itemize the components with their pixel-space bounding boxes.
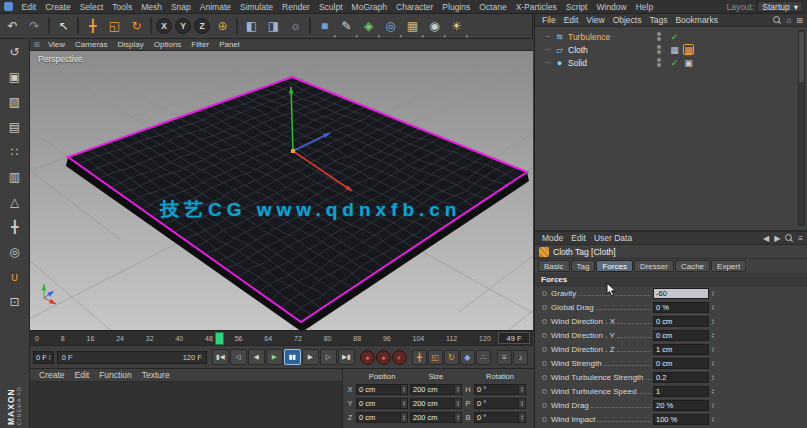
- add-spline-button[interactable]: ✎ ▾: [336, 16, 357, 37]
- visibility-toggle-dots[interactable]: [657, 58, 661, 67]
- position-field[interactable]: 0 cm ▴▾: [356, 412, 408, 423]
- edges-mode-button[interactable]: ▥: [4, 166, 26, 188]
- stepper-icon[interactable]: ▴▾: [709, 374, 717, 380]
- viewport-menu-item[interactable]: Options: [149, 40, 187, 49]
- menu-item[interactable]: Create: [41, 2, 76, 12]
- viewport-menu-item[interactable]: Cameras: [70, 40, 112, 49]
- menu-item[interactable]: Character: [392, 2, 438, 12]
- object-tag-icon[interactable]: [697, 44, 708, 55]
- render-picture-viewer-button[interactable]: ◨: [263, 16, 284, 37]
- viewport-grid-icon[interactable]: ⊞: [34, 41, 40, 49]
- render-settings-button[interactable]: ☼: [285, 16, 306, 37]
- nav-forward-icon[interactable]: ▶: [774, 234, 780, 243]
- animation-dot-icon[interactable]: [542, 375, 547, 380]
- object-name[interactable]: Solid: [568, 58, 654, 68]
- enable-axis-button[interactable]: ╋: [4, 216, 26, 238]
- goto-start-button[interactable]: ▮◀: [212, 349, 229, 365]
- tab-expert[interactable]: Expert: [711, 260, 746, 272]
- x-axis-lock-toggle[interactable]: X: [156, 18, 172, 34]
- animation-dot-icon[interactable]: [542, 347, 547, 352]
- stepper-icon[interactable]: ▴▾: [709, 304, 717, 310]
- search-icon[interactable]: [785, 234, 793, 242]
- record-pla-toggle[interactable]: ∴: [476, 350, 491, 365]
- menu-item[interactable]: Select: [75, 2, 108, 12]
- menu-item[interactable]: Plugins: [438, 2, 475, 12]
- rotation-field[interactable]: 0 ° ▴▾: [474, 384, 526, 395]
- autokey-button[interactable]: ●: [376, 350, 391, 365]
- z-axis-lock-toggle[interactable]: Z: [194, 18, 210, 34]
- object-name[interactable]: Cloth: [568, 45, 654, 55]
- add-generator-button[interactable]: ◈ ▾: [358, 16, 379, 37]
- sound-toggle-button[interactable]: ♪: [513, 350, 528, 365]
- attribute-value-field[interactable]: 1: [653, 386, 709, 397]
- stepper-icon[interactable]: ▴▾: [709, 360, 717, 366]
- stepper-icon[interactable]: ▴▾: [709, 332, 717, 338]
- timeline-playhead[interactable]: [215, 332, 224, 345]
- y-axis-lock-toggle[interactable]: Y: [175, 18, 191, 34]
- stepper-icon[interactable]: ▴▾: [709, 416, 717, 422]
- scrollbar-thumb[interactable]: [799, 32, 804, 82]
- object-tag-icon[interactable]: [697, 57, 708, 68]
- position-field[interactable]: 0 cm ▴▾: [356, 398, 408, 409]
- nav-back-icon[interactable]: ◀: [763, 234, 769, 243]
- stepper-icon[interactable]: ▴▾: [709, 290, 717, 296]
- size-field[interactable]: 200 cm ▴▾: [410, 412, 462, 423]
- render-view-button[interactable]: ◧: [241, 16, 262, 37]
- viewport-canvas[interactable]: Perspective 技艺CG www.qdnxfb.cn: [30, 51, 533, 330]
- menu-item[interactable]: Snap: [166, 2, 195, 12]
- undo-button[interactable]: ↶: [2, 16, 23, 37]
- tab-cache[interactable]: Cache: [675, 260, 710, 272]
- rotation-field[interactable]: 0 ° ▴▾: [474, 398, 526, 409]
- points-mode-button[interactable]: ∷: [4, 141, 26, 163]
- material-manager-area[interactable]: [30, 382, 343, 428]
- tab-dresser[interactable]: Dresser: [634, 260, 674, 272]
- record-rotation-toggle[interactable]: ↻: [444, 350, 459, 365]
- layout-grid-icon[interactable]: ⊞: [796, 16, 803, 25]
- add-environment-button[interactable]: ▦ ▾: [402, 16, 423, 37]
- animation-dot-icon[interactable]: [542, 291, 547, 296]
- record-scale-toggle[interactable]: ◱: [428, 350, 443, 365]
- object-icon[interactable]: ≋: [554, 32, 565, 42]
- object-row[interactable]: ≋ Turbulence ✓: [535, 30, 807, 43]
- viewport-view-label[interactable]: Perspective: [38, 54, 82, 64]
- animation-dot-icon[interactable]: [542, 403, 547, 408]
- object-icon[interactable]: ▱: [554, 45, 565, 55]
- menu-item[interactable]: Create: [34, 370, 70, 380]
- menu-item[interactable]: Help: [631, 2, 657, 12]
- menu-item[interactable]: Edit: [560, 15, 583, 25]
- object-tag-icon[interactable]: [683, 31, 694, 42]
- stepper-icon[interactable]: ▴▾: [518, 413, 525, 422]
- playback-mode-button[interactable]: ≡: [497, 350, 512, 365]
- attribute-value-field[interactable]: 100 %: [653, 414, 709, 425]
- polygons-mode-button[interactable]: △: [4, 191, 26, 213]
- toolbar-separator[interactable]: [77, 18, 79, 34]
- scrollbar[interactable]: [798, 30, 805, 226]
- redo-button[interactable]: ↷: [24, 16, 45, 37]
- options-menu-icon[interactable]: ≡: [798, 234, 803, 243]
- position-field[interactable]: 0 cm ▴▾: [356, 384, 408, 395]
- menu-item[interactable]: Animate: [195, 2, 235, 12]
- stepper-icon[interactable]: ▴▾: [454, 413, 461, 422]
- stepper-icon[interactable]: ▴▾: [709, 402, 717, 408]
- menu-item[interactable]: Texture: [137, 370, 175, 380]
- forces-section-header[interactable]: Forces: [535, 273, 807, 286]
- stepper-icon[interactable]: ▴▾: [49, 354, 51, 360]
- live-selection-tool[interactable]: ↖: [53, 16, 74, 37]
- menu-item[interactable]: Objects: [609, 15, 646, 25]
- workplane-mode-button[interactable]: ▤: [4, 116, 26, 138]
- menu-item[interactable]: Mesh: [137, 2, 167, 12]
- pause-button[interactable]: ▮▮: [284, 349, 301, 365]
- size-field[interactable]: 200 cm ▴▾: [410, 398, 462, 409]
- menu-item[interactable]: File: [538, 15, 560, 25]
- animation-dot-icon[interactable]: [542, 305, 547, 310]
- attribute-value-field[interactable]: 0 cm: [653, 358, 709, 369]
- menu-item[interactable]: Window: [592, 2, 631, 12]
- add-primitive-button[interactable]: ■ ▾: [314, 16, 335, 37]
- next-key-button[interactable]: ▷: [320, 349, 337, 365]
- current-frame-box[interactable]: 49 F: [498, 332, 530, 344]
- rotation-field[interactable]: 0 ° ▴▾: [474, 412, 526, 423]
- toolbar-separator[interactable]: [309, 18, 311, 34]
- attribute-value-field[interactable]: 20 %: [653, 400, 709, 411]
- menu-item[interactable]: Mode: [538, 233, 567, 243]
- goto-end-button[interactable]: ▶▮: [338, 349, 355, 365]
